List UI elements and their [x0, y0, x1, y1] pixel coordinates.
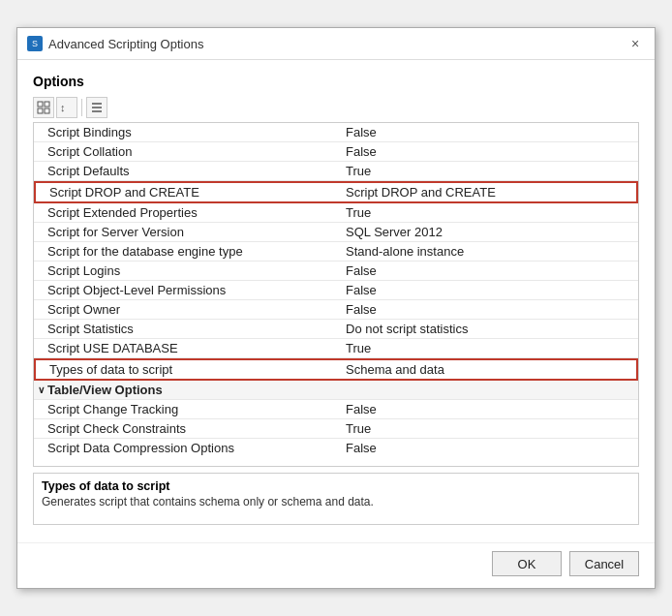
- table-row[interactable]: Script Change TrackingFalse: [34, 400, 638, 419]
- table-row[interactable]: Script Object-Level PermissionsFalse: [34, 281, 638, 300]
- row-value: False: [340, 123, 638, 141]
- row-value: Schema and data: [340, 360, 636, 379]
- row-name: Script Logins: [34, 262, 340, 280]
- table-row[interactable]: Script Extended PropertiesTrue: [34, 203, 638, 223]
- svg-rect-0: [38, 102, 43, 107]
- table-row[interactable]: Script BindingsFalse: [34, 123, 638, 142]
- ok-button[interactable]: OK: [492, 551, 562, 576]
- options-toolbar: ↕: [33, 97, 639, 118]
- svg-rect-3: [45, 108, 49, 113]
- info-title: Types of data to script: [42, 479, 630, 493]
- row-name: Types of data to script: [36, 360, 340, 379]
- table-row[interactable]: Script CollationFalse: [34, 142, 638, 162]
- row-name: Script for Server Version: [34, 223, 340, 241]
- section-row-name: ∨Table/View Options: [34, 381, 638, 399]
- row-name: Script Data Compression Options: [34, 439, 340, 458]
- row-value: False: [340, 439, 638, 458]
- table-row[interactable]: Script Check ConstraintsTrue: [34, 419, 638, 439]
- row-value: Script DROP and CREATE: [340, 183, 636, 201]
- row-value: Stand-alone instance: [340, 242, 638, 261]
- info-box: Types of data to script Generates script…: [33, 473, 639, 525]
- options-table-scroll[interactable]: Script BindingsFalseScript CollationFals…: [34, 123, 638, 466]
- options-table-container: Script BindingsFalseScript CollationFals…: [33, 122, 639, 467]
- row-name: Script Extended Properties: [34, 203, 340, 222]
- row-value: True: [340, 419, 638, 438]
- row-name: Script Owner: [34, 300, 340, 319]
- row-value: True: [340, 203, 638, 222]
- row-value: False: [340, 142, 638, 161]
- row-value: True: [340, 162, 638, 180]
- svg-rect-1: [45, 102, 49, 107]
- row-name: Script Defaults: [34, 162, 340, 180]
- info-desc: Generates script that contains schema on…: [42, 495, 630, 508]
- row-value: True: [340, 339, 638, 357]
- table-row[interactable]: Types of data to scriptSchema and data: [34, 358, 638, 381]
- row-name: Script Bindings: [34, 123, 340, 141]
- row-name: Script for the database engine type: [34, 242, 340, 261]
- table-row[interactable]: Script LoginsFalse: [34, 262, 638, 281]
- table-row[interactable]: Script DROP and CREATEScript DROP and CR…: [34, 181, 638, 203]
- table-row[interactable]: Script OwnerFalse: [34, 300, 638, 320]
- row-value: False: [340, 300, 638, 319]
- options-section-title: Options: [33, 74, 639, 89]
- table-row[interactable]: Script for the database engine typeStand…: [34, 242, 638, 262]
- app-icon: S: [27, 36, 43, 51]
- row-name: Script USE DATABASE: [34, 339, 340, 357]
- row-name: Script Check Constraints: [34, 419, 340, 438]
- dialog-title: Advanced Scripting Options: [48, 37, 203, 51]
- svg-text:↕: ↕: [60, 102, 66, 113]
- title-bar: S Advanced Scripting Options ×: [17, 28, 655, 60]
- cancel-button[interactable]: Cancel: [569, 551, 639, 576]
- row-name: Script Change Tracking: [34, 400, 340, 418]
- row-value: False: [340, 281, 638, 299]
- table-row[interactable]: Script StatisticsDo not script statistic…: [34, 320, 638, 339]
- table-row[interactable]: Script DefaultsTrue: [34, 162, 638, 181]
- advanced-scripting-dialog: S Advanced Scripting Options × Options ↕: [16, 27, 656, 589]
- table-row[interactable]: Script USE DATABASETrue: [34, 339, 638, 358]
- title-bar-left: S Advanced Scripting Options: [27, 36, 203, 51]
- row-value: SQL Server 2012: [340, 223, 638, 241]
- close-button[interactable]: ×: [626, 34, 645, 53]
- toolbar-grid-btn[interactable]: [33, 97, 54, 118]
- table-row[interactable]: Script for Server VersionSQL Server 2012: [34, 223, 638, 242]
- row-name: Script DROP and CREATE: [36, 183, 340, 201]
- dialog-body: Options ↕ Script BindingsFalseScript Col…: [17, 60, 655, 539]
- toolbar-sort-btn[interactable]: ↕: [56, 97, 77, 118]
- row-value: False: [340, 400, 638, 418]
- svg-rect-2: [38, 108, 43, 113]
- dialog-footer: OK Cancel: [17, 542, 655, 588]
- row-value: Do not script statistics: [340, 320, 638, 338]
- row-name: Script Statistics: [34, 320, 340, 338]
- row-value: False: [340, 262, 638, 280]
- toolbar-list-btn[interactable]: [86, 97, 107, 118]
- table-row[interactable]: Script Data Compression OptionsFalse: [34, 439, 638, 458]
- row-name: Script Object-Level Permissions: [34, 281, 340, 299]
- row-name: Script Collation: [34, 142, 340, 161]
- table-row[interactable]: ∨Table/View Options: [34, 381, 638, 400]
- toolbar-sep: [81, 99, 82, 116]
